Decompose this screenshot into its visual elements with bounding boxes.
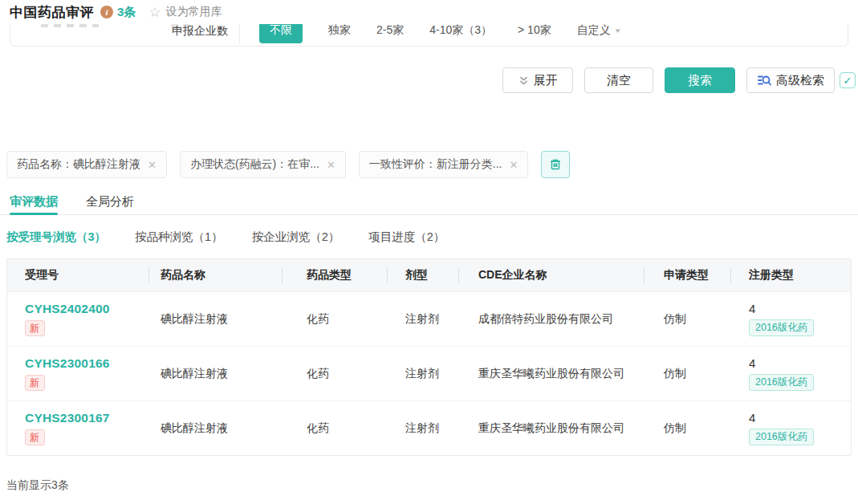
advanced-search-button[interactable]: 高级检索 — [746, 67, 835, 93]
info-icon[interactable]: i — [100, 6, 113, 18]
trash-icon — [549, 158, 562, 171]
advanced-search-label: 高级检索 — [776, 73, 824, 88]
registration-type-cell: 4 2016版化药 — [731, 356, 851, 391]
acceptance-no-link[interactable]: CYHS2300166 — [25, 356, 110, 371]
registration-type-cell: 4 2016版化药 — [731, 302, 851, 336]
table-header-row: 受理号 药品名称 药品类型 剂型 CDE企业名称 申请类型 注册类型 — [7, 259, 851, 291]
filter-option-exclusive[interactable]: 独家 — [328, 23, 351, 38]
search-button[interactable]: 搜索 — [665, 67, 735, 93]
column-header-cde-company: CDE企业名称 — [459, 259, 645, 291]
registration-class: 4 — [749, 411, 755, 425]
page-title: 中国药品审评 — [10, 3, 94, 22]
dosage-form-cell: 注射剂 — [388, 312, 459, 327]
filter-tag-label: 办理状态(药融云)：在审... — [190, 157, 319, 172]
close-icon[interactable]: ✕ — [148, 159, 157, 171]
subtab-by-acceptance-no[interactable]: 按受理号浏览（3） — [6, 230, 106, 245]
registration-class: 4 — [749, 302, 755, 315]
subtab-by-company[interactable]: 按企业浏览（2） — [252, 230, 340, 245]
table-row: CYHS2300167 新 碘比醇注射液 化药 注射剂 重庆圣华曦药业股份有限公… — [7, 400, 851, 455]
advanced-search-icon — [757, 73, 771, 87]
column-header-application-type: 申请类型 — [645, 259, 731, 291]
acceptance-no-link[interactable]: CYHS2300167 — [25, 411, 110, 425]
clear-button[interactable]: 清空 — [584, 67, 653, 93]
acceptance-cell: CYHS2300166 新 — [7, 356, 149, 391]
filter-option-custom-label: 自定义 — [577, 23, 611, 38]
subtab-by-variety[interactable]: 按品种浏览（1） — [135, 230, 223, 245]
filter-option-2-5[interactable]: 2-5家 — [376, 23, 404, 38]
application-type-cell: 仿制 — [645, 367, 731, 381]
registration-badge: 2016版化药 — [749, 429, 814, 445]
dosage-form-cell: 注射剂 — [388, 367, 459, 381]
chevron-down-icon: ▼ — [614, 27, 622, 35]
clear-all-tags-button[interactable] — [541, 151, 570, 178]
company-cell: 重庆圣华曦药业股份有限公司 — [459, 421, 645, 436]
dosage-form-cell: 注射剂 — [388, 421, 459, 436]
filter-tag-label: 药品名称：碘比醇注射液 — [17, 157, 140, 172]
acceptance-no-link[interactable]: CYHS2402400 — [25, 302, 110, 316]
drug-name-cell: 碘比醇注射液 — [149, 367, 283, 381]
new-badge: 新 — [25, 429, 45, 445]
close-icon[interactable]: ✕ — [509, 159, 518, 171]
double-chevron-down-icon — [518, 75, 529, 86]
registration-class: 4 — [749, 356, 755, 370]
page-header: 中国药品审评 i 3条 ☆ 设为常用库 — [0, 0, 858, 24]
search-button-label: 搜索 — [688, 73, 712, 88]
company-cell: 重庆圣华曦药业股份有限公司 — [459, 367, 645, 381]
drug-type-cell: 化药 — [283, 367, 388, 381]
filter-tag-consistency: 一致性评价：新注册分类... ✕ — [359, 151, 529, 178]
drug-type-cell: 化药 — [283, 312, 388, 327]
drug-name-cell: 碘比醇注射液 — [149, 312, 283, 327]
tab-global-analysis[interactable]: 全局分析 — [86, 189, 134, 214]
filter-tag-status: 办理状态(药融云)：在审... ✕ — [180, 151, 346, 178]
result-summary: 当前显示3条 — [6, 478, 69, 493]
filter-option-gt10[interactable]: > 10家 — [518, 23, 551, 38]
subtab-project-progress[interactable]: 项目进度（2） — [368, 230, 445, 245]
filter-option-4-10[interactable]: 4-10家（3） — [429, 23, 492, 38]
registration-badge: 2016版化药 — [749, 319, 814, 336]
close-icon[interactable]: ✕ — [327, 159, 335, 171]
review-data-table: 受理号 药品名称 药品类型 剂型 CDE企业名称 申请类型 注册类型 CYHS2… — [6, 258, 852, 456]
favorite-star-icon[interactable]: ☆ — [148, 6, 161, 19]
favorite-label[interactable]: 设为常用库 — [166, 5, 222, 19]
clear-button-label: 清空 — [607, 73, 631, 88]
new-badge: 新 — [25, 320, 45, 336]
filter-tag-drug-name: 药品名称：碘比醇注射液 ✕ — [6, 151, 167, 178]
checkbox-checked[interactable]: ✓ — [840, 72, 856, 88]
filter-tags-row: 药品名称：碘比醇注射液 ✕ 办理状态(药融云)：在审... ✕ 一致性评价：新注… — [6, 151, 570, 178]
acceptance-cell: CYHS2402400 新 — [7, 302, 149, 336]
filter-tag-label: 一致性评价：新注册分类... — [369, 157, 502, 172]
new-badge: 新 — [25, 375, 45, 391]
tab-review-data[interactable]: 审评数据 — [10, 189, 58, 214]
acceptance-cell: CYHS2300167 新 — [7, 411, 149, 445]
sub-tabs: 按受理号浏览（3） 按品种浏览（1） 按企业浏览（2） 项目进度（2） — [6, 230, 445, 245]
application-type-cell: 仿制 — [645, 421, 731, 436]
column-header-acceptance-no: 受理号 — [7, 259, 149, 291]
main-tabs: 审评数据 全局分析 — [0, 189, 858, 215]
company-cell: 成都倍特药业股份有限公司 — [459, 312, 645, 327]
column-header-drug-type: 药品类型 — [283, 259, 388, 291]
registration-badge: 2016版化药 — [749, 374, 814, 391]
drug-name-cell: 碘比醇注射液 — [149, 421, 283, 436]
table-row: CYHS2402400 新 碘比醇注射液 化药 注射剂 成都倍特药业股份有限公司… — [7, 291, 851, 346]
action-button-row: 展开 清空 搜索 高级检索 — [0, 67, 835, 93]
application-type-cell: 仿制 — [645, 312, 731, 327]
drug-type-cell: 化药 — [283, 421, 388, 436]
table-row: CYHS2300166 新 碘比醇注射液 化药 注射剂 重庆圣华曦药业股份有限公… — [7, 346, 851, 400]
column-header-drug-name: 药品名称 — [149, 259, 283, 291]
registration-type-cell: 4 2016版化药 — [731, 411, 851, 445]
column-header-registration-type: 注册类型 — [731, 259, 851, 291]
column-header-dosage-form: 剂型 — [388, 259, 459, 291]
result-count-badge: 3条 — [117, 5, 136, 20]
filter-option-custom[interactable]: 自定义 ▼ — [577, 23, 622, 38]
expand-button-label: 展开 — [534, 73, 558, 88]
expand-button[interactable]: 展开 — [502, 67, 573, 93]
